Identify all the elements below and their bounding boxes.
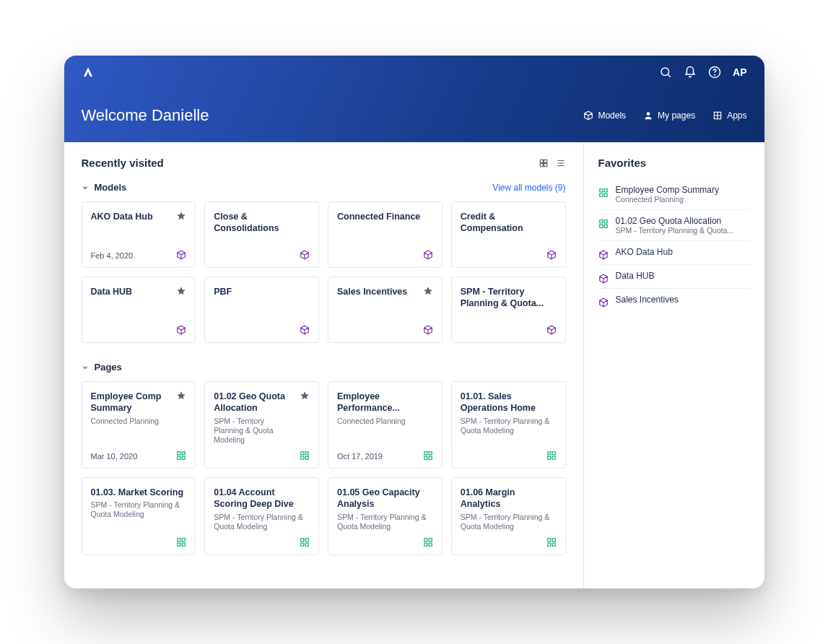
- model-card[interactable]: Credit & Compensation: [451, 201, 566, 268]
- card-subtitle: SPM - Territory Planning & Quota Modelin…: [337, 513, 433, 531]
- dashboard-icon: [546, 537, 557, 547]
- logo-icon: [82, 66, 95, 79]
- cube-icon: [546, 250, 557, 260]
- cube-icon: [423, 250, 433, 260]
- cube-icon: [598, 250, 609, 260]
- card-title: 01.06 Margin Analytics: [461, 487, 557, 510]
- search-icon[interactable]: [659, 66, 672, 79]
- chevron-down-icon: [82, 184, 89, 191]
- model-card[interactable]: Connected Finance: [328, 201, 443, 268]
- card-title: Employee Comp Summary: [91, 391, 171, 414]
- model-card[interactable]: AKO Data Hub Feb 4, 2020: [82, 201, 196, 268]
- favorites-panel: Favorites Employee Comp Summary Connecte…: [584, 142, 764, 588]
- cube-icon: [598, 297, 609, 308]
- star-icon[interactable]: [176, 211, 186, 221]
- list-view-icon[interactable]: [556, 158, 566, 168]
- card-title: 01.05 Geo Capacity Analysis: [337, 487, 433, 510]
- dashboard-icon: [598, 188, 609, 198]
- pages-group-label: Pages: [95, 362, 122, 373]
- favorite-title: Data HUB: [616, 271, 655, 281]
- page-card[interactable]: Employee Comp Summary Connected Planning…: [82, 381, 196, 469]
- models-group-label: Models: [95, 182, 127, 193]
- card-subtitle: SPM - Territory Planning & Quota Modelin…: [461, 513, 557, 531]
- view-all-models-link[interactable]: View all models (9): [492, 183, 565, 193]
- cube-icon: [300, 250, 310, 260]
- card-title: 01.01. Sales Operations Home: [461, 391, 557, 414]
- model-card[interactable]: Data HUB: [82, 277, 196, 343]
- dashboard-icon: [176, 537, 186, 547]
- page-card[interactable]: 01.06 Margin Analytics SPM - Territory P…: [451, 477, 566, 555]
- user-icon: [643, 110, 653, 121]
- help-icon[interactable]: [708, 66, 721, 79]
- card-title: Connected Finance: [337, 211, 420, 222]
- favorite-item[interactable]: Data HUB: [598, 265, 750, 289]
- dashboard-icon: [598, 219, 609, 229]
- card-title: 01.02 Geo Quota Allocation: [214, 391, 294, 414]
- models-group-toggle[interactable]: Models: [82, 182, 127, 193]
- favorite-item[interactable]: Sales Incentives: [598, 289, 750, 312]
- page-card[interactable]: 01.01. Sales Operations Home SPM - Terri…: [451, 381, 566, 469]
- dashboard-icon: [423, 451, 433, 461]
- page-card[interactable]: 01.03. Market Scoring SPM - Territory Pl…: [82, 477, 196, 555]
- model-card[interactable]: SPM - Territory Planning & Quota...: [451, 277, 566, 343]
- card-title: SPM - Territory Planning & Quota...: [461, 286, 557, 310]
- page-card[interactable]: 01.05 Geo Capacity Analysis SPM - Territ…: [328, 477, 443, 555]
- models-grid: AKO Data Hub Feb 4, 2020 Close & Consoli…: [82, 201, 566, 343]
- star-icon[interactable]: [423, 286, 433, 296]
- favorite-title: Employee Comp Summary: [616, 185, 719, 195]
- header: AP Welcome Danielle Models My pages Apps: [64, 56, 764, 142]
- favorite-item[interactable]: AKO Data Hub: [598, 241, 750, 265]
- main-content: Recently visited Models View all models …: [64, 142, 584, 588]
- star-icon[interactable]: [176, 286, 186, 296]
- welcome-heading: Welcome Danielle: [82, 106, 209, 125]
- card-date: Feb 4, 2020: [91, 251, 134, 260]
- star-icon[interactable]: [300, 391, 310, 401]
- card-subtitle: SPM - Territory Planning & Quota Modelin…: [91, 500, 187, 519]
- card-title: Employee Performance...: [337, 391, 433, 414]
- pages-group-toggle[interactable]: Pages: [82, 362, 122, 373]
- favorite-subtitle: Connected Planning: [616, 195, 719, 204]
- card-title: Credit & Compensation: [461, 211, 557, 235]
- card-title: PBF: [214, 286, 232, 297]
- card-subtitle: SPM - Territory Planning & Quota Modelin…: [214, 417, 294, 445]
- grid-view-icon[interactable]: [539, 158, 549, 168]
- favorite-item[interactable]: Employee Comp Summary Connected Planning: [598, 179, 750, 210]
- page-card[interactable]: Employee Performance... Connected Planni…: [328, 381, 443, 469]
- notifications-icon[interactable]: [684, 66, 697, 79]
- nav-models[interactable]: Models: [583, 110, 626, 121]
- star-icon[interactable]: [176, 391, 186, 401]
- card-title: 01.04 Account Scoring Deep Dive: [214, 487, 310, 510]
- cube-icon: [423, 325, 433, 335]
- favorite-item[interactable]: 01.02 Geo Quota Allocation SPM - Territo…: [598, 210, 750, 241]
- app-frame: AP Welcome Danielle Models My pages Apps: [64, 56, 764, 588]
- page-card[interactable]: 01.02 Geo Quota Allocation SPM - Territo…: [204, 381, 319, 469]
- model-card[interactable]: Close & Consolidations: [204, 201, 319, 268]
- cube-icon: [546, 325, 557, 335]
- cube-icon: [598, 274, 609, 284]
- recently-visited-heading: Recently visited: [82, 157, 164, 169]
- dashboard-icon: [546, 451, 557, 461]
- nav-apps[interactable]: Apps: [712, 110, 746, 121]
- cube-icon: [176, 325, 186, 335]
- topbar: AP: [82, 66, 747, 79]
- favorites-heading: Favorites: [598, 157, 750, 169]
- model-card[interactable]: Sales Incentives: [328, 277, 443, 343]
- favorite-title: AKO Data Hub: [616, 247, 673, 257]
- dashboard-icon: [300, 451, 310, 461]
- card-date: Mar 10, 2020: [91, 452, 138, 461]
- header-nav: Models My pages Apps: [583, 110, 746, 121]
- avatar[interactable]: AP: [733, 66, 746, 78]
- chevron-down-icon: [82, 364, 89, 371]
- pages-grid: Employee Comp Summary Connected Planning…: [82, 381, 566, 555]
- nav-mypages-label: My pages: [658, 110, 695, 121]
- favorite-subtitle: SPM - Territory Planning & Quota...: [616, 226, 734, 235]
- card-date: Oct 17, 2019: [337, 452, 383, 461]
- cube-icon: [300, 325, 310, 335]
- model-card[interactable]: PBF: [204, 277, 319, 343]
- nav-my-pages[interactable]: My pages: [643, 110, 695, 121]
- dashboard-icon: [423, 537, 433, 547]
- page-card[interactable]: 01.04 Account Scoring Deep Dive SPM - Te…: [204, 477, 319, 555]
- card-title: Sales Incentives: [337, 286, 407, 297]
- favorite-title: Sales Incentives: [616, 295, 679, 305]
- dashboard-icon: [176, 451, 186, 461]
